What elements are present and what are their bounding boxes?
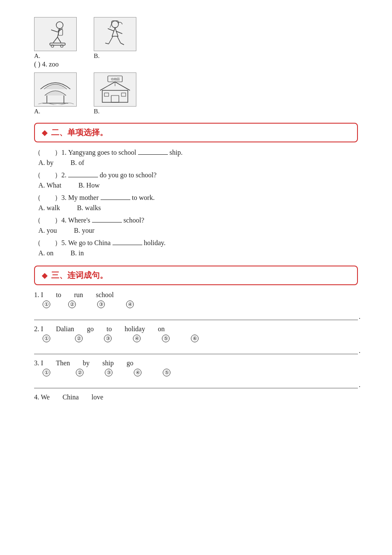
svg-line-4 xyxy=(53,37,58,43)
q4-paren: （ ）4. Where's school? xyxy=(34,217,144,224)
s3-w4: ship xyxy=(102,359,114,367)
sentence-2-words: 2. I Dalian go to holiday on ① ② ③ ④ ⑤ ⑥ xyxy=(34,325,358,342)
svg-line-11 xyxy=(110,23,112,28)
s2-c3: ③ xyxy=(104,335,112,342)
s3-c1: ① xyxy=(43,369,50,376)
q1-optB: B. of xyxy=(71,159,84,167)
svg-text:动物园: 动物园 xyxy=(111,78,120,81)
img-b1-label: B. xyxy=(94,52,100,60)
svg-line-16 xyxy=(105,43,109,44)
s4-w2: China xyxy=(63,393,79,401)
sentence-4-words: 4. We China love xyxy=(34,393,358,401)
img-b2-label: B. xyxy=(94,108,100,115)
s1-c4: ④ xyxy=(126,301,134,308)
section3-title: 三、连词成句。 xyxy=(51,270,108,281)
section3-header: ◆ 三、连词成句。 xyxy=(34,266,358,285)
img-a1-label: A. xyxy=(34,52,40,60)
svg-point-0 xyxy=(56,22,63,29)
s3-c2: ② xyxy=(76,369,84,376)
s2-w3: go xyxy=(87,325,94,333)
s3-num: 3. I xyxy=(34,359,43,367)
s1-c1: ① xyxy=(43,301,50,308)
svg-rect-24 xyxy=(111,95,119,102)
q5-optA: A. on xyxy=(38,249,54,257)
s3-answer-line: . xyxy=(34,378,358,388)
s1-c2: ② xyxy=(68,301,76,308)
s3-c3: ③ xyxy=(105,369,112,376)
q2-paren: （ ）2. do you go to school? xyxy=(34,171,156,179)
img-a2-label: A. xyxy=(34,108,40,115)
svg-line-5 xyxy=(58,37,61,43)
s2-answer-line: . xyxy=(34,344,358,354)
q3-optB: B. walks xyxy=(77,204,101,212)
svg-line-17 xyxy=(121,43,124,45)
s4-num: 4. We xyxy=(34,393,50,401)
svg-rect-26 xyxy=(121,93,126,96)
svg-line-12 xyxy=(108,29,114,31)
section2-questions: （ ）1. Yangyang goes to school ship. A. b… xyxy=(34,148,358,257)
svg-point-10 xyxy=(112,21,118,28)
s2-c2: ② xyxy=(75,335,83,342)
diamond-icon: ◆ xyxy=(42,128,48,137)
s3-w5: go xyxy=(127,359,133,367)
s1-num: 1. I xyxy=(34,291,43,299)
s2-w4: to xyxy=(107,325,112,333)
s2-w5: holiday xyxy=(124,325,145,333)
s2-w6: on xyxy=(158,325,164,333)
s3-c4: ④ xyxy=(134,369,141,376)
mc-question-2: （ ）2. do you go to school? A. What B. Ho… xyxy=(34,171,358,189)
q5-paren: （ ）5. We go to China holiday. xyxy=(34,239,166,246)
mc-question-1: （ ）1. Yangyang goes to school ship. A. b… xyxy=(34,148,358,167)
diamond-icon-3: ◆ xyxy=(42,271,48,280)
s1-w2: to xyxy=(56,291,61,299)
q1-optA: A. by xyxy=(38,159,54,167)
q1-paren: （ ）1. Yangyang goes to school ship. xyxy=(34,149,182,156)
s2-c5: ⑤ xyxy=(162,335,170,342)
mc-question-4: （ ）4. Where's school? A. you B. your xyxy=(34,216,358,234)
svg-line-14 xyxy=(109,36,113,44)
s2-c4: ④ xyxy=(133,335,141,342)
mc-question-3: （ ）3. My mother to work. A. walk B. walk… xyxy=(34,194,358,212)
s3-w3: by xyxy=(83,359,89,367)
s2-num: 2. I xyxy=(34,325,43,333)
q3-optA: A. walk xyxy=(38,204,60,212)
s2-c1: ① xyxy=(43,335,50,342)
q4-zoo-label: ( ) 4. zoo xyxy=(34,61,358,68)
s2-c6: ⑥ xyxy=(191,335,199,342)
q3-paren: （ ）3. My mother to work. xyxy=(34,194,155,201)
s2-w2: Dalian xyxy=(56,325,74,333)
s3-c5: ⑤ xyxy=(163,369,170,376)
q5-optB: B. in xyxy=(71,249,84,257)
mc-question-5: （ ）5. We go to China holiday. A. on B. i… xyxy=(34,239,358,257)
s1-answer-line: . xyxy=(34,310,358,320)
q4-optA: A. you xyxy=(38,227,57,234)
svg-rect-25 xyxy=(104,93,109,96)
s1-w3: run xyxy=(74,291,83,299)
sentence-1-words: 1. I to run school ① ② ③ ④ xyxy=(34,291,358,308)
section3-sentences: 1. I to run school ① ② ③ ④ . 2. I Dalian… xyxy=(34,291,358,401)
svg-line-2 xyxy=(51,30,58,32)
q2-optA: A. What xyxy=(38,182,61,189)
sentence-3-words: 3. I Then by ship go ① ② ③ ④ ⑤ xyxy=(34,359,358,376)
section2-title: 二、单项选择。 xyxy=(51,127,108,138)
svg-line-15 xyxy=(117,36,121,43)
s1-w4: school xyxy=(96,291,114,299)
section2-header: ◆ 二、单项选择。 xyxy=(34,123,358,142)
s4-w3: love xyxy=(92,393,104,401)
s3-w2: Then xyxy=(56,359,70,367)
q2-optB: B. How xyxy=(78,182,100,189)
s1-c3: ③ xyxy=(97,301,105,308)
q4-optB: B. your xyxy=(74,227,95,234)
